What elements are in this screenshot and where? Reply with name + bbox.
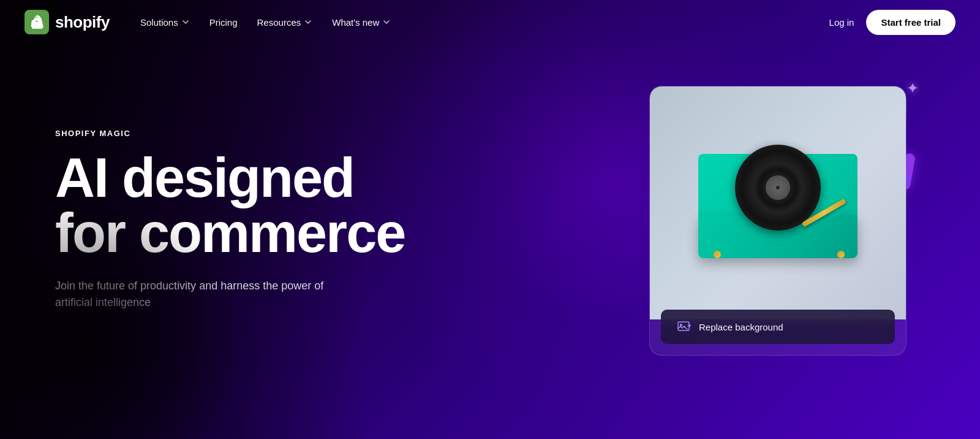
image-replace-icon (677, 319, 692, 334)
nav-pricing[interactable]: Pricing (201, 12, 246, 32)
svg-rect-1 (36, 21, 38, 22)
hero-content: SHOPIFY MAGIC AI designed for commerce J… (55, 129, 405, 311)
login-link[interactable]: Log in (829, 17, 854, 28)
nav-whats-new[interactable]: What's new (323, 12, 399, 32)
vinyl-center-dot (776, 186, 780, 189)
logo-text: shopify (55, 13, 110, 32)
whats-new-chevron-icon (382, 18, 391, 26)
hero-title-line2: for commerce (55, 202, 405, 264)
nav-resources[interactable]: Resources (249, 12, 322, 32)
hero-section: shopify Solutions Pricing Resources What… (0, 0, 980, 439)
nav-links: Solutions Pricing Resources What's new (132, 12, 829, 32)
nav-solutions[interactable]: Solutions (132, 12, 198, 32)
turntable-foot-left (714, 251, 721, 258)
logo-link[interactable]: shopify (24, 10, 110, 34)
hero-subtitle: Join the future of productivity and harn… (55, 278, 349, 311)
start-trial-button[interactable]: Start free trial (866, 10, 956, 35)
turntable-feet (714, 251, 845, 258)
replace-bg-icon (676, 318, 693, 335)
hero-eyebrow: SHOPIFY MAGIC (55, 129, 405, 138)
shopify-logo-icon (24, 10, 49, 34)
nav-right: Log in Start free trial (829, 10, 956, 35)
product-card: Replace background (649, 86, 907, 356)
record-player (692, 142, 864, 264)
vinyl-label (766, 175, 790, 200)
replace-background-button[interactable]: Replace background (661, 310, 895, 344)
navigation: shopify Solutions Pricing Resources What… (0, 0, 980, 44)
resources-chevron-icon (304, 18, 312, 26)
hero-image-area: ✦ (612, 61, 931, 374)
replace-bg-label: Replace background (699, 322, 783, 332)
sparkle-icon: ✦ (907, 80, 919, 97)
product-image-container (650, 86, 906, 319)
hero-title: AI designed for commerce (55, 150, 405, 261)
vinyl-disc (735, 145, 821, 231)
hero-title-line1: AI designed (55, 147, 354, 208)
turntable-foot-right (837, 251, 845, 258)
solutions-chevron-icon (181, 18, 190, 26)
